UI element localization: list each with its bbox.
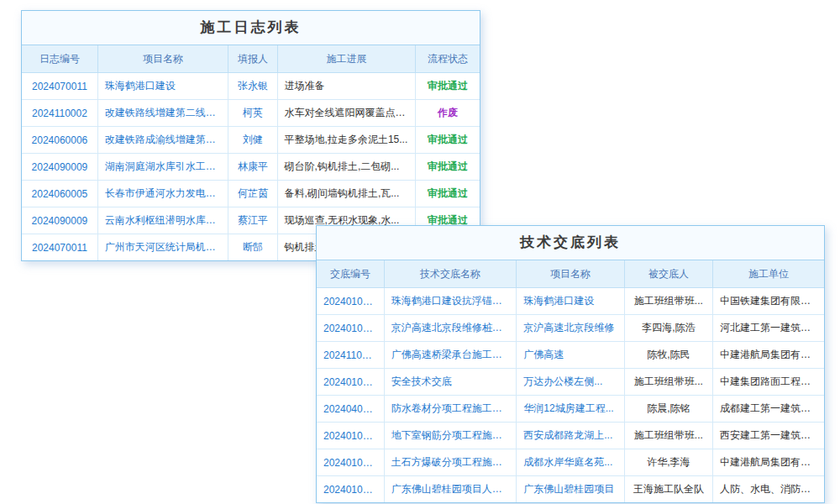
disclosure-col-receiver: 被交底人 bbox=[624, 260, 712, 288]
reporter-link[interactable]: 何芷茵 bbox=[228, 181, 277, 207]
disclosure-name-link[interactable]: 广东佛山碧桂园项目人防... bbox=[384, 476, 517, 503]
log-id-link[interactable]: 2024060005 bbox=[22, 181, 97, 207]
disclosure-name-link[interactable]: 土石方爆破分项工程施工... bbox=[384, 449, 517, 476]
log-col-progress: 施工进展 bbox=[277, 45, 416, 73]
disclosure-id-link[interactable]: 2024110001 bbox=[317, 342, 384, 369]
project-name-link[interactable]: 长春市伊通河水力发电厂... bbox=[97, 181, 228, 207]
table-row: 2024010003安全技术交底万达办公楼左侧...施工班组带班...中建集团路… bbox=[317, 369, 824, 396]
status-badge: 审批通过 bbox=[416, 127, 480, 154]
progress-text: 水车对全线遮阳网覆盖点进... bbox=[277, 100, 416, 127]
project-name-link[interactable]: 珠海鹤港口建设 bbox=[517, 288, 624, 315]
disclosure-name-link[interactable]: 京沪高速北京段维修桩辅... bbox=[384, 315, 517, 342]
table-row: 2024010003珠海鹤港口建设抗浮锚杆...珠海鹤港口建设施工班组带班...… bbox=[317, 288, 824, 315]
log-id-link[interactable]: 2024060006 bbox=[22, 127, 97, 154]
log-header-row: 日志编号 项目名称 填报人 施工进展 流程状态 bbox=[22, 45, 480, 73]
table-row: 2024090009湖南洞庭湖水库引水工程...林康平砌台阶,钩机排土,二包砌.… bbox=[22, 154, 480, 181]
project-name-link[interactable]: 湖南洞庭湖水库引水工程... bbox=[97, 154, 228, 181]
unit-text: 成都建工第一建筑有... bbox=[713, 396, 824, 423]
unit-text: 河北建工第一建筑有... bbox=[713, 315, 824, 342]
disclosure-id-link[interactable]: 2024010002 bbox=[317, 423, 384, 449]
disclosure-id-link[interactable]: 2024010003 bbox=[317, 288, 384, 315]
status-badge: 审批通过 bbox=[416, 154, 480, 181]
reporter-link[interactable]: 刘健 bbox=[228, 127, 277, 154]
project-name-link[interactable]: 京沪高速北京段维修 bbox=[517, 315, 624, 342]
reporter-link[interactable]: 断郜 bbox=[228, 234, 277, 261]
table-row: 2024110002改建铁路线增建第二线直...柯英水车对全线遮阳网覆盖点进..… bbox=[22, 100, 480, 127]
disclosure-id-link[interactable]: 2024010002 bbox=[317, 449, 384, 476]
disclosure-name-link[interactable]: 防水卷材分项工程施工技... bbox=[384, 396, 517, 423]
progress-text: 平整场地,拉走多余泥土15... bbox=[277, 127, 416, 154]
log-id-link[interactable]: 2024070011 bbox=[22, 234, 97, 261]
construction-log-title: 施工日志列表 bbox=[22, 11, 480, 45]
reporter-link[interactable]: 柯英 bbox=[228, 100, 277, 127]
receiver-text: 施工班组带班... bbox=[624, 288, 712, 315]
table-row: 2024010002土石方爆破分项工程施工...成都水岸华庭名苑...许华,李海… bbox=[317, 449, 824, 476]
log-id-link[interactable]: 2024090009 bbox=[22, 154, 97, 181]
project-name-link[interactable]: 广佛高速 bbox=[517, 342, 624, 369]
technical-disclosure-title: 技术交底列表 bbox=[317, 226, 824, 260]
disclosure-col-id: 交底编号 bbox=[317, 260, 384, 288]
disclosure-id-link[interactable]: 2024040001 bbox=[317, 396, 384, 423]
project-name-link[interactable]: 西安成都路龙湖上... bbox=[517, 423, 624, 449]
disclosure-name-link[interactable]: 珠海鹤港口建设抗浮锚杆... bbox=[384, 288, 517, 315]
disclosure-name-link[interactable]: 安全技术交底 bbox=[384, 369, 517, 396]
reporter-link[interactable]: 林康平 bbox=[228, 154, 277, 181]
log-col-id: 日志编号 bbox=[22, 45, 97, 73]
status-badge: 审批通过 bbox=[416, 73, 480, 100]
project-name-link[interactable]: 改建铁路线增建第二线直... bbox=[97, 100, 228, 127]
project-name-link[interactable]: 广东佛山碧桂园项目 bbox=[517, 476, 624, 503]
disclosure-name-link[interactable]: 地下室钢筋分项工程施工... bbox=[384, 423, 517, 449]
project-name-link[interactable]: 云南水利枢纽潜明水库一... bbox=[97, 207, 228, 234]
receiver-text: 许华,李海 bbox=[624, 449, 712, 476]
table-row: 2024060005长春市伊通河水力发电厂...何芷茵备料,砌间墙钩机排土,瓦.… bbox=[22, 181, 480, 207]
log-col-status: 流程状态 bbox=[416, 45, 480, 73]
project-name-link[interactable]: 广州市天河区统计局机房... bbox=[97, 234, 228, 261]
disclosure-header-row: 交底编号 技术交底名称 项目名称 被交底人 施工单位 bbox=[317, 260, 824, 288]
unit-text: 中建集团路面工程有... bbox=[713, 369, 824, 396]
log-id-link[interactable]: 2024070011 bbox=[22, 73, 97, 100]
disclosure-col-project: 项目名称 bbox=[517, 260, 624, 288]
progress-text: 砌台阶,钩机排土,二包砌... bbox=[277, 154, 416, 181]
reporter-link[interactable]: 张永银 bbox=[228, 73, 277, 100]
status-badge: 审批通过 bbox=[416, 181, 480, 207]
unit-text: 人防、水电、消防暖通... bbox=[713, 476, 824, 503]
log-col-project: 项目名称 bbox=[97, 45, 228, 73]
progress-text: 进场准备 bbox=[277, 73, 416, 100]
table-row: 2024010001广东佛山碧桂园项目人防...广东佛山碧桂园项目王海施工队全队… bbox=[317, 476, 824, 503]
receiver-text: 施工班组带班... bbox=[624, 369, 712, 396]
disclosure-col-name: 技术交底名称 bbox=[384, 260, 517, 288]
receiver-text: 王海施工队全队 bbox=[624, 476, 712, 503]
table-row: 2024110001广佛高速桥梁承台施工技...广佛高速陈牧,陈民中建港航局集团… bbox=[317, 342, 824, 369]
status-badge: 作废 bbox=[416, 100, 480, 127]
receiver-text: 施工班组带班... bbox=[624, 423, 712, 449]
disclosure-col-unit: 施工单位 bbox=[713, 260, 824, 288]
project-name-link[interactable]: 改建铁路成渝线增建第二... bbox=[97, 127, 228, 154]
log-id-link[interactable]: 2024110002 bbox=[22, 100, 97, 127]
table-row: 2024010002地下室钢筋分项工程施工...西安成都路龙湖上...施工班组带… bbox=[317, 423, 824, 449]
project-name-link[interactable]: 成都水岸华庭名苑... bbox=[517, 449, 624, 476]
unit-text: 西安建工第一建筑有... bbox=[713, 423, 824, 449]
unit-text: 中建港航局集团有限... bbox=[713, 449, 824, 476]
disclosure-id-link[interactable]: 2024010001 bbox=[317, 476, 384, 503]
project-name-link[interactable]: 珠海鹤港口建设 bbox=[97, 73, 228, 100]
disclosure-table-body: 2024010003珠海鹤港口建设抗浮锚杆...珠海鹤港口建设施工班组带班...… bbox=[317, 288, 824, 503]
project-name-link[interactable]: 华润12城房建工程... bbox=[517, 396, 624, 423]
technical-disclosure-panel: 技术交底列表 交底编号 技术交底名称 项目名称 被交底人 施工单位 202401… bbox=[316, 225, 825, 503]
reporter-link[interactable]: 蔡江平 bbox=[228, 207, 277, 234]
table-row: 2024070011珠海鹤港口建设张永银进场准备审批通过 bbox=[22, 73, 480, 100]
disclosure-id-link[interactable]: 2024010004 bbox=[317, 315, 384, 342]
disclosure-id-link[interactable]: 2024010003 bbox=[317, 369, 384, 396]
receiver-text: 陈牧,陈民 bbox=[624, 342, 712, 369]
log-col-reporter: 填报人 bbox=[228, 45, 277, 73]
unit-text: 中建港航局集团有限... bbox=[713, 342, 824, 369]
project-name-link[interactable]: 万达办公楼左侧... bbox=[517, 369, 624, 396]
table-row: 2024060006改建铁路成渝线增建第二...刘健平整场地,拉走多余泥土15.… bbox=[22, 127, 480, 154]
unit-text: 中国铁建集团有限公司 bbox=[713, 288, 824, 315]
disclosure-name-link[interactable]: 广佛高速桥梁承台施工技... bbox=[384, 342, 517, 369]
table-row: 2024010004京沪高速北京段维修桩辅...京沪高速北京段维修李四海,陈浩河… bbox=[317, 315, 824, 342]
progress-text: 备料,砌间墙钩机排土,瓦... bbox=[277, 181, 416, 207]
table-row: 2024040001防水卷材分项工程施工技...华润12城房建工程...陈晨,陈… bbox=[317, 396, 824, 423]
receiver-text: 陈晨,陈铭 bbox=[624, 396, 712, 423]
technical-disclosure-table: 交底编号 技术交底名称 项目名称 被交底人 施工单位 2024010003珠海鹤… bbox=[317, 260, 824, 502]
log-id-link[interactable]: 2024090009 bbox=[22, 207, 97, 234]
